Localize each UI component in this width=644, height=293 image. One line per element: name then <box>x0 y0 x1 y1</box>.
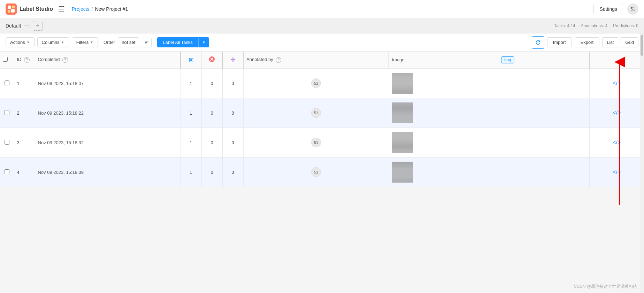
row-completed-cell: Nov 09 2023, 15:18:32 <box>35 128 181 157</box>
row-img-cell <box>498 68 589 98</box>
label-all-button[interactable]: Label All Tasks ▼ <box>157 37 209 47</box>
logo: Label Studio <box>6 3 53 15</box>
refresh-button[interactable] <box>532 36 544 49</box>
row-image-thumb-cell <box>389 128 498 157</box>
vertical-scrollbar[interactable] <box>640 33 644 187</box>
row-checkbox-cell <box>0 68 14 98</box>
sort-icon[interactable] <box>142 38 152 47</box>
row-image-thumb-cell <box>389 68 498 98</box>
row-checkbox[interactable] <box>5 80 9 85</box>
view-options-icon[interactable]: ⋯ <box>24 22 30 29</box>
row-c3-cell: 0 <box>222 157 243 187</box>
row-checkbox[interactable] <box>5 169 9 174</box>
plus-icon-header: ✛ <box>230 56 236 63</box>
code-icon[interactable]: </> <box>613 139 621 145</box>
row-id-cell: 1 <box>14 68 35 98</box>
row-c2-cell: 0 <box>201 68 222 98</box>
id-column-header: ID ? <box>14 52 35 68</box>
add-view-button[interactable]: + <box>33 21 43 31</box>
toolbar: Actions ▼ Columns ▼ Filters ▼ Order not … <box>0 33 644 52</box>
select-all-header <box>0 52 14 68</box>
annotated-by-avatar: 51 <box>311 78 321 88</box>
table-header-row: ID ? Completed ? ⊠ <box>0 52 644 68</box>
row-c2-cell: 0 <box>201 128 222 157</box>
row-id-cell: 2 <box>14 98 35 128</box>
label-all-arrow-icon[interactable]: ▼ <box>198 38 209 47</box>
grid-view-button[interactable]: Grid <box>621 37 638 47</box>
predictions-stat: Predictions: 0 <box>613 23 638 28</box>
row-code-cell[interactable]: </> <box>589 68 644 98</box>
annotated-by-help-icon[interactable]: ? <box>276 57 281 63</box>
actions-label: Actions <box>10 40 25 45</box>
nav-right: Settings 51 <box>593 3 638 15</box>
annotate-icon-header: ⊠ <box>189 56 194 63</box>
row-annotated-by-cell: 51 <box>243 128 389 157</box>
row-c3-cell: 0 <box>222 128 243 157</box>
row-checkbox[interactable] <box>5 110 9 115</box>
row-annotated-by-cell: 51 <box>243 157 389 187</box>
filters-button[interactable]: Filters ▼ <box>72 37 98 47</box>
annotated-by-avatar: 51 <box>311 108 321 118</box>
filters-arrow-icon: ▼ <box>90 40 93 44</box>
breadcrumb-current: New Project #1 <box>95 6 128 12</box>
tasks-stat: Tasks: 4 / 4 <box>554 23 575 28</box>
code-icon[interactable]: </> <box>613 110 621 116</box>
logo-icon <box>6 3 17 15</box>
add-view-icon: + <box>36 23 39 29</box>
data-table: ID ? Completed ? ⊠ <box>0 52 644 187</box>
toolbar-right: Import Export List Grid <box>532 36 638 49</box>
id-help-icon[interactable]: ? <box>24 57 30 63</box>
table-body: 1 Nov 09 2023, 15:18:07 1 0 0 51 </> 2 N… <box>0 68 644 187</box>
columns-button[interactable]: Columns ▼ <box>37 37 69 47</box>
row-code-cell[interactable]: </> <box>589 157 644 187</box>
row-checkbox[interactable] <box>5 140 9 145</box>
top-nav: Label Studio ☰ Projects / New Project #1… <box>0 0 644 18</box>
columns-label: Columns <box>42 40 60 45</box>
row-c1-cell: 1 <box>181 157 201 187</box>
select-all-checkbox[interactable] <box>3 57 8 62</box>
table-row: 4 Nov 09 2023, 15:18:39 1 0 0 51 </> <box>0 157 644 187</box>
list-view-button[interactable]: List <box>602 37 618 47</box>
svg-rect-0 <box>6 3 17 15</box>
row-actions-column-header <box>589 52 644 68</box>
row-img-cell <box>498 128 589 157</box>
image-column-header: image <box>389 52 498 68</box>
annotate-col-header: ⊠ <box>181 52 201 68</box>
code-icon[interactable]: </> <box>613 169 621 175</box>
image-header-label: image <box>392 57 404 62</box>
row-code-cell[interactable]: </> <box>589 128 644 157</box>
label-all-label: Label All Tasks <box>157 37 198 47</box>
hamburger-icon[interactable]: ☰ <box>59 5 65 13</box>
row-code-cell[interactable]: </> <box>589 98 644 128</box>
breadcrumb-projects[interactable]: Projects <box>72 6 90 12</box>
row-img-cell <box>498 157 589 187</box>
row-img-cell <box>498 98 589 128</box>
import-button[interactable]: Import <box>547 37 572 47</box>
breadcrumb-separator: / <box>92 6 93 12</box>
order-value: not set <box>118 37 139 47</box>
annotations-stat: Annotations: 4 <box>581 23 608 28</box>
row-id-cell: 3 <box>14 128 35 157</box>
avatar[interactable]: 51 <box>627 3 638 15</box>
completed-help-icon[interactable]: ? <box>62 57 68 63</box>
default-view-label[interactable]: Default <box>6 23 21 29</box>
code-icon[interactable]: </> <box>613 80 621 86</box>
export-button[interactable]: Export <box>575 37 600 47</box>
row-image-thumb-cell <box>389 98 498 128</box>
row-id-cell: 4 <box>14 157 35 187</box>
annotated-by-column-header: Annotated by ? <box>243 52 389 68</box>
row-completed-cell: Nov 09 2023, 15:18:07 <box>35 68 181 98</box>
row-image-thumb-cell <box>389 157 498 187</box>
row-completed-cell: Nov 09 2023, 15:18:22 <box>35 98 181 128</box>
table-row: 2 Nov 09 2023, 15:18:22 1 0 0 51 </> <box>0 98 644 128</box>
settings-button[interactable]: Settings <box>593 4 623 14</box>
actions-arrow-icon: ▼ <box>26 40 30 44</box>
scrollbar-thumb[interactable] <box>641 35 643 56</box>
plus-col-header: ✛ <box>222 52 243 68</box>
svg-rect-1 <box>8 6 11 9</box>
row-c2-cell: 0 <box>201 157 222 187</box>
row-c1-cell: 1 <box>181 98 201 128</box>
actions-button[interactable]: Actions ▼ <box>6 37 34 47</box>
row-c1-cell: 1 <box>181 68 201 98</box>
img-badge-header: img <box>501 56 514 63</box>
